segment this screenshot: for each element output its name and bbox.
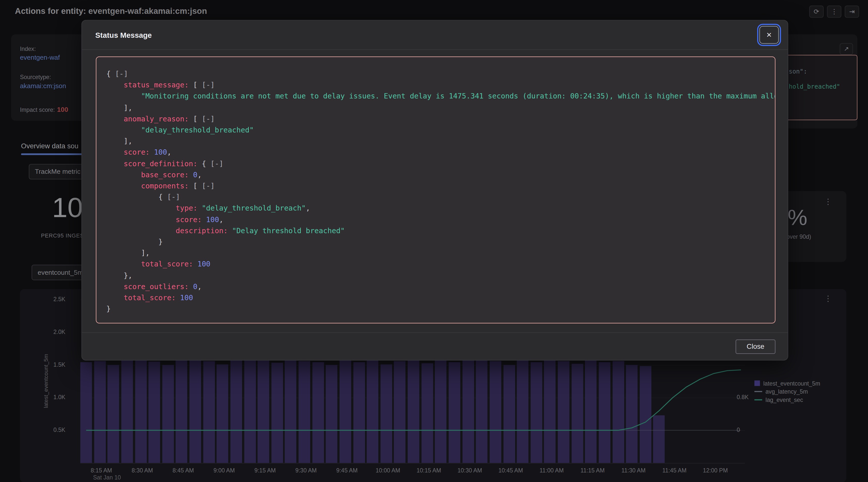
json-line: { [-] bbox=[106, 69, 775, 80]
json-token: ], bbox=[124, 137, 132, 145]
collapse-toggle[interactable]: [-] bbox=[202, 81, 215, 89]
json-token: , bbox=[167, 148, 171, 156]
json-line: score: 100, bbox=[106, 214, 775, 225]
json-line: score_definition: { [-] bbox=[106, 158, 775, 169]
json-token: [ bbox=[189, 81, 202, 89]
json-line: ], bbox=[106, 136, 775, 147]
modal-footer: Close bbox=[82, 332, 788, 360]
json-token: { bbox=[158, 193, 167, 201]
collapse-toggle[interactable]: [-] bbox=[167, 193, 180, 201]
json-line: ], bbox=[106, 102, 775, 113]
json-token: score: bbox=[124, 148, 150, 156]
modal-title: Status Message bbox=[95, 31, 152, 39]
json-token: , bbox=[197, 282, 202, 291]
json-token: 0 bbox=[189, 282, 197, 291]
json-line: score_outliers: 0, bbox=[106, 281, 775, 292]
json-token: , bbox=[306, 204, 310, 212]
json-token: } bbox=[106, 305, 111, 313]
json-line: } bbox=[106, 304, 775, 315]
json-token: status_message: bbox=[124, 81, 189, 89]
json-line: status_message: [ [-] bbox=[106, 80, 775, 91]
json-token: 100 bbox=[193, 260, 210, 268]
json-token: [ bbox=[189, 182, 202, 190]
json-line: "delay_threshold_breached" bbox=[106, 125, 775, 136]
json-token: 100 bbox=[150, 148, 167, 156]
collapse-toggle[interactable]: [-] bbox=[202, 182, 215, 190]
close-button[interactable]: Close bbox=[736, 339, 775, 354]
json-line: ], bbox=[106, 248, 775, 259]
json-token: "Delay threshold breached" bbox=[228, 226, 345, 235]
json-line: components: [ [-] bbox=[106, 181, 775, 192]
json-token: total_score: bbox=[141, 260, 193, 268]
json-token: score_outliers: bbox=[124, 282, 189, 291]
json-token: } bbox=[158, 237, 163, 246]
json-token: anomaly_reason: bbox=[124, 115, 189, 123]
json-line: type: "delay_threshold_breach", bbox=[106, 203, 775, 214]
json-token: components: bbox=[141, 182, 189, 190]
json-token: 100 bbox=[176, 294, 193, 302]
collapse-toggle[interactable]: [-] bbox=[115, 70, 128, 78]
json-viewer: { [-] status_message: [ [-] "Monitoring … bbox=[96, 56, 775, 323]
json-token: { bbox=[197, 159, 211, 167]
json-line: } bbox=[106, 236, 775, 248]
collapse-toggle[interactable]: [-] bbox=[202, 115, 215, 123]
json-line: base_score: 0, bbox=[106, 169, 775, 181]
json-token: score_definition: bbox=[124, 159, 197, 167]
json-token: , bbox=[219, 215, 223, 224]
json-token: 0 bbox=[189, 170, 197, 179]
json-token: "delay_threshold_breach" bbox=[197, 204, 306, 212]
json-token: }, bbox=[124, 271, 132, 280]
json-token: [ bbox=[189, 115, 202, 123]
json-line: score: 100, bbox=[106, 147, 775, 158]
json-line: total_score: 100 bbox=[106, 259, 775, 270]
collapse-toggle[interactable]: [-] bbox=[210, 159, 223, 167]
json-token: ], bbox=[124, 103, 132, 111]
json-token: 100 bbox=[202, 215, 219, 224]
json-token: score: bbox=[176, 215, 202, 224]
json-token: "Monitoring conditions are not met due t… bbox=[141, 92, 776, 100]
json-token: type: bbox=[176, 204, 197, 212]
json-line: description: "Delay threshold breached" bbox=[106, 225, 775, 236]
json-token: description: bbox=[176, 226, 228, 235]
modal-body: { [-] status_message: [ [-] "Monitoring … bbox=[82, 50, 788, 332]
json-token: total_score: bbox=[124, 294, 176, 302]
json-line: }, bbox=[106, 270, 775, 281]
modal-header: Status Message × bbox=[82, 21, 788, 50]
modal-close-button[interactable]: × bbox=[760, 26, 779, 43]
close-icon: × bbox=[767, 30, 772, 40]
json-token: { bbox=[106, 70, 115, 78]
json-line: anomaly_reason: [ [-] bbox=[106, 113, 775, 124]
json-line: total_score: 100 bbox=[106, 292, 775, 303]
json-line: "Monitoring conditions are not met due t… bbox=[106, 91, 775, 102]
app-root: Actions for entity: eventgen-waf:akamai:… bbox=[0, 0, 868, 482]
json-line: { [-] bbox=[106, 192, 775, 203]
json-token: ], bbox=[141, 249, 150, 257]
json-token: "delay_threshold_breached" bbox=[141, 126, 254, 134]
status-message-modal: Status Message × { [-] status_message: [… bbox=[81, 20, 788, 360]
json-token: , bbox=[197, 170, 202, 179]
json-token: base_score: bbox=[141, 170, 189, 179]
